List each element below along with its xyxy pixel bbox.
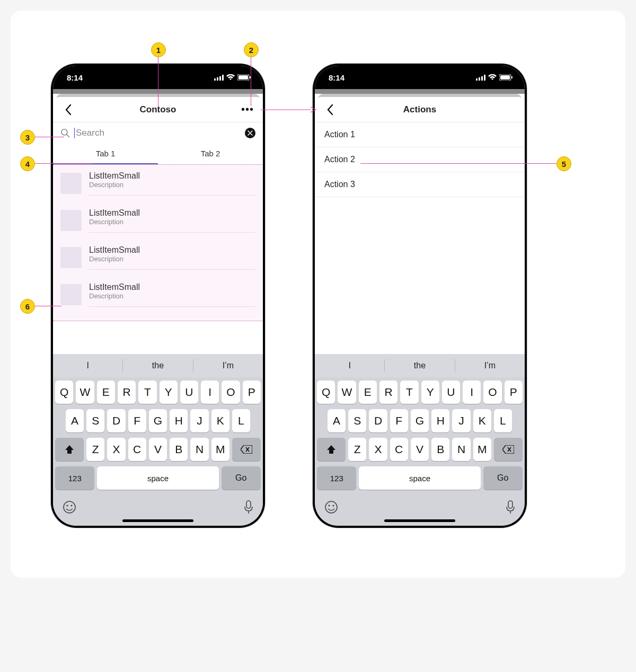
kbd-suggestion[interactable]: the <box>385 361 454 370</box>
letter-key[interactable]: E <box>97 381 115 404</box>
space-key[interactable]: space <box>97 466 218 490</box>
letter-key[interactable]: B <box>170 438 188 461</box>
svg-point-10 <box>66 505 68 506</box>
action-item[interactable]: Action 3 <box>315 172 525 197</box>
letter-key[interactable]: O <box>483 381 501 404</box>
mic-icon[interactable] <box>244 500 253 514</box>
list-item[interactable]: ListItemSmallDescription <box>53 202 263 239</box>
letter-key[interactable]: X <box>107 438 125 461</box>
letter-key[interactable]: X <box>369 438 387 461</box>
back-button[interactable] <box>60 102 76 118</box>
letter-key[interactable]: E <box>359 381 377 404</box>
list-item-desc: Description <box>89 181 255 189</box>
letter-key[interactable]: V <box>149 438 167 461</box>
numeric-key[interactable]: 123 <box>55 466 94 490</box>
letter-key[interactable]: Z <box>348 438 366 461</box>
diagram-canvas: 8:14 Contoso ••• <box>11 11 625 578</box>
kbd-suggestion[interactable]: I <box>315 361 384 370</box>
letter-key[interactable]: S <box>348 409 366 432</box>
letter-key[interactable]: T <box>400 381 418 404</box>
battery-icon <box>499 74 513 81</box>
kbd-suggestion[interactable]: I’m <box>193 361 263 370</box>
letter-key[interactable]: L <box>494 409 512 432</box>
letter-key[interactable]: A <box>66 409 84 432</box>
status-time: 8:14 <box>329 73 344 82</box>
action-item[interactable]: Action 1 <box>315 122 525 147</box>
letter-key[interactable]: N <box>190 438 208 461</box>
shift-key[interactable] <box>317 438 346 461</box>
letter-key[interactable]: Z <box>86 438 104 461</box>
chevron-left-icon <box>327 104 333 115</box>
letter-key[interactable]: K <box>211 409 229 432</box>
svg-rect-18 <box>500 75 510 79</box>
go-key[interactable]: Go <box>483 466 523 490</box>
svg-point-7 <box>61 129 67 135</box>
letter-key[interactable]: R <box>379 381 398 404</box>
letter-key[interactable]: B <box>431 438 449 461</box>
letter-key[interactable]: F <box>390 409 408 432</box>
letter-key[interactable]: H <box>170 409 188 432</box>
tab-1[interactable]: Tab 1 <box>53 144 158 164</box>
letter-key[interactable]: G <box>411 409 429 432</box>
search-input[interactable] <box>74 128 241 138</box>
tab-2[interactable]: Tab 2 <box>158 144 263 164</box>
clear-search-button[interactable] <box>245 128 255 138</box>
letter-key[interactable]: U <box>180 381 198 404</box>
action-item[interactable]: Action 2 <box>315 147 525 172</box>
letter-key[interactable]: P <box>243 381 261 404</box>
letter-key[interactable]: D <box>107 409 125 432</box>
letter-key[interactable]: D <box>369 409 387 432</box>
kbd-suggestion[interactable]: I <box>53 361 122 370</box>
letter-key[interactable]: P <box>505 381 523 404</box>
list-item[interactable]: ListItemSmallDescription <box>53 165 263 202</box>
letter-key[interactable]: Y <box>421 381 439 404</box>
list-item[interactable]: ListItemSmallDescription <box>53 276 263 313</box>
letter-key[interactable]: U <box>442 381 460 404</box>
list-item[interactable]: ListItemSmallDescription <box>53 239 263 276</box>
wifi-icon <box>488 74 497 81</box>
letter-key[interactable]: M <box>211 438 229 461</box>
kbd-suggestion[interactable]: I’m <box>455 361 525 370</box>
letter-key[interactable]: W <box>76 381 94 404</box>
letter-key[interactable]: C <box>390 438 408 461</box>
back-button[interactable] <box>322 102 338 118</box>
letter-key[interactable]: L <box>232 409 250 432</box>
kbd-suggestion[interactable]: the <box>123 361 192 370</box>
letter-key[interactable]: V <box>411 438 429 461</box>
leader-line-3 <box>35 137 64 137</box>
space-key[interactable]: space <box>359 466 480 490</box>
letter-key[interactable]: R <box>118 381 136 404</box>
letter-key[interactable]: S <box>86 409 104 432</box>
letter-key[interactable]: O <box>222 381 240 404</box>
letter-key[interactable]: K <box>473 409 491 432</box>
backspace-key[interactable] <box>494 438 523 461</box>
shift-key[interactable] <box>55 438 84 461</box>
letter-key[interactable]: I <box>201 381 219 404</box>
emoji-icon[interactable] <box>63 500 76 514</box>
letter-key[interactable]: Q <box>317 381 335 404</box>
svg-point-11 <box>70 505 72 506</box>
letter-key[interactable]: I <box>463 381 481 404</box>
letter-key[interactable]: J <box>190 409 208 432</box>
letter-key[interactable]: M <box>473 438 491 461</box>
letter-key[interactable]: Y <box>160 381 178 404</box>
letter-key[interactable]: C <box>128 438 146 461</box>
mic-icon[interactable] <box>506 500 515 514</box>
backspace-icon <box>502 445 514 454</box>
letter-key[interactable]: Q <box>55 381 73 404</box>
letter-key[interactable]: F <box>128 409 146 432</box>
letter-key[interactable]: H <box>431 409 449 432</box>
more-button[interactable]: ••• <box>240 102 255 118</box>
go-key[interactable]: Go <box>222 466 261 490</box>
letter-key[interactable]: J <box>452 409 470 432</box>
letter-key[interactable]: A <box>328 409 346 432</box>
emoji-icon[interactable] <box>324 500 338 514</box>
letter-key[interactable]: N <box>452 438 470 461</box>
annotation-badge-4: 4 <box>20 156 35 171</box>
backspace-key[interactable] <box>232 438 261 461</box>
letter-key[interactable]: G <box>149 409 167 432</box>
letter-key[interactable]: T <box>138 381 156 404</box>
numeric-key[interactable]: 123 <box>317 466 356 490</box>
status-time: 8:14 <box>67 73 83 82</box>
letter-key[interactable]: W <box>338 381 356 404</box>
